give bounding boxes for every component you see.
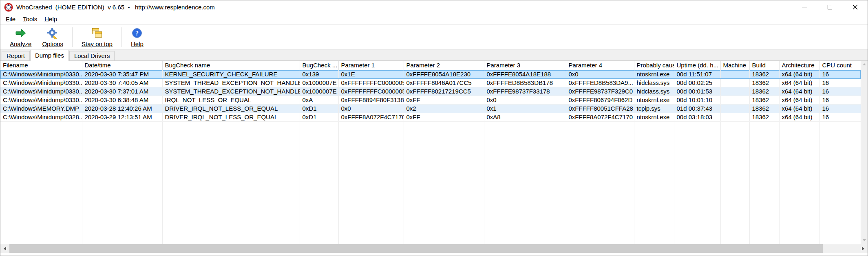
column-header-build[interactable]: Build	[749, 61, 779, 70]
table-cell[interactable]: SYSTEM_THREAD_EXCEPTION_NOT_HANDLED_M	[162, 78, 300, 87]
table-cell[interactable]: SYSTEM_THREAD_EXCEPTION_NOT_HANDLED_M	[162, 87, 300, 96]
table-cell[interactable]: 16	[819, 87, 861, 96]
menu-help[interactable]: Help	[41, 14, 61, 24]
scroll-left-arrow[interactable]	[0, 244, 9, 253]
table-cell[interactable]: x64 (64 bit)	[779, 113, 819, 121]
column-header-bugcheck-code[interactable]: BugCheck ...	[300, 61, 338, 70]
close-button[interactable]	[842, 0, 868, 14]
table-cell[interactable]: C:\Windows\MEMORY.DMP	[0, 104, 82, 113]
table-cell[interactable]: 2020-03-30 7:35:47 PM	[82, 70, 162, 78]
column-header-architecture[interactable]: Architecture	[779, 61, 819, 70]
table-cell[interactable]: 0xFFFFE8054A18E188	[484, 70, 566, 78]
column-header-parameter-2[interactable]: Parameter 2	[404, 61, 484, 70]
table-cell[interactable]: 00d 10:01:10	[674, 96, 720, 104]
table-cell[interactable]: 18362	[749, 70, 779, 78]
table-cell[interactable]: 2020-03-30 7:37:01 AM	[82, 87, 162, 96]
table-cell[interactable]: C:\Windows\Minidump\0330...	[0, 70, 82, 78]
table-cell[interactable]: 0xFFFFE98737F33178	[484, 87, 566, 96]
table-cell[interactable]: hidclass.sys	[634, 87, 674, 96]
horizontal-scrollbar-track[interactable]	[823, 244, 859, 253]
table-cell[interactable]: 0xFFFFED8B583DA9...	[566, 78, 634, 87]
table-cell[interactable]: DRIVER_IRQL_NOT_LESS_OR_EQUAL	[162, 113, 300, 121]
table-cell[interactable]	[720, 96, 749, 104]
table-cell[interactable]: 0x0	[566, 70, 634, 78]
table-cell[interactable]: 16	[819, 96, 861, 104]
scroll-up-arrow[interactable]	[861, 61, 868, 68]
table-cell[interactable]: IRQL_NOT_LESS_OR_EQUAL	[162, 96, 300, 104]
menu-file[interactable]: File	[2, 14, 19, 24]
table-cell[interactable]: KERNEL_SECURITY_CHECK_FAILURE	[162, 70, 300, 78]
table-cell[interactable]: 0xFFFFF806794F062D	[566, 96, 634, 104]
table-cell[interactable]: 16	[819, 104, 861, 113]
table-cell[interactable]: 0xFFFF8A072F4C7170	[566, 113, 634, 121]
table-cell[interactable]: 2020-03-29 12:13:51 AM	[82, 113, 162, 121]
table-cell[interactable]: 00d 11:51:07	[674, 70, 720, 78]
table-cell[interactable]: 0x0	[338, 104, 404, 113]
table-row[interactable]: C:\Windows\Minidump\0330...2020-03-30 7:…	[0, 78, 861, 87]
table-cell[interactable]: 0xFFFFF8046A017CC5	[404, 78, 484, 87]
table-cell[interactable]: 0xFFFFF80217219CC5	[404, 87, 484, 96]
table-cell[interactable]: 0xFFFFED8B583DB178	[484, 78, 566, 87]
table-cell[interactable]: ntoskrnl.exe	[634, 96, 674, 104]
table-cell[interactable]	[720, 87, 749, 96]
table-cell[interactable]: 00d 00:01:53	[674, 87, 720, 96]
table-cell[interactable]: 0x1000007E	[300, 87, 338, 96]
table-cell[interactable]: 0xD1	[300, 113, 338, 121]
table-cell[interactable]	[720, 104, 749, 113]
stay-on-top-button[interactable]: Stay on top	[76, 25, 118, 49]
table-cell[interactable]: C:\Windows\Minidump\0330...	[0, 96, 82, 104]
maximize-button[interactable]	[817, 0, 842, 14]
table-cell[interactable]: ntoskrnl.exe	[634, 70, 674, 78]
table-row[interactable]: C:\Windows\Minidump\0330...2020-03-30 7:…	[0, 87, 861, 96]
table-cell[interactable]: 01d 00:37:43	[674, 104, 720, 113]
table-cell[interactable]: 16	[819, 70, 861, 78]
table-cell[interactable]: 0x139	[300, 70, 338, 78]
table-cell[interactable]: 18362	[749, 87, 779, 96]
table-cell[interactable]: 2020-03-30 6:38:48 AM	[82, 96, 162, 104]
table-row[interactable]: C:\Windows\Minidump\0328...2020-03-29 12…	[0, 113, 861, 121]
table-cell[interactable]: 16	[819, 113, 861, 121]
table-cell[interactable]: 00d 00:02:25	[674, 78, 720, 87]
table-cell[interactable]: x64 (64 bit)	[779, 96, 819, 104]
table-cell[interactable]: 0xFFFFF80051CFFA28	[566, 104, 634, 113]
table-cell[interactable]: 18362	[749, 78, 779, 87]
table-cell[interactable]: 0xA	[300, 96, 338, 104]
table-row[interactable]: C:\Windows\Minidump\0330...2020-03-30 7:…	[0, 70, 861, 78]
table-cell[interactable]	[720, 70, 749, 78]
options-button[interactable]: Options	[37, 25, 68, 49]
table-cell[interactable]: 0xD1	[300, 104, 338, 113]
table-cell[interactable]: ntoskrnl.exe	[634, 113, 674, 121]
menu-tools[interactable]: Tools	[19, 14, 41, 24]
table-cell[interactable]: 18362	[749, 104, 779, 113]
table-cell[interactable]: 0xFFFFE8054A18E230	[404, 70, 484, 78]
horizontal-scrollbar[interactable]	[0, 244, 868, 253]
table-cell[interactable]: 2020-03-28 12:40:26 AM	[82, 104, 162, 113]
table-row[interactable]: C:\Windows\Minidump\0330...2020-03-30 6:…	[0, 96, 861, 104]
column-header-datetime[interactable]: Date/time	[82, 61, 162, 70]
column-header-bugcheck-name[interactable]: BugCheck name	[162, 61, 300, 70]
column-header-probably-caused[interactable]: Probably caus...	[634, 61, 674, 70]
table-cell[interactable]: 0xA8	[484, 113, 566, 121]
table-row[interactable]: C:\Windows\MEMORY.DMP2020-03-28 12:40:26…	[0, 104, 861, 113]
table-cell[interactable]: 0xFFFFFFFFC0000005	[338, 87, 404, 96]
table-cell[interactable]: 16	[819, 78, 861, 87]
table-cell[interactable]: 0xFFFFFFFFC0000005	[338, 78, 404, 87]
column-header-parameter-4[interactable]: Parameter 4	[566, 61, 634, 70]
analyze-button[interactable]: Analyze	[4, 25, 37, 49]
table-cell[interactable]	[720, 113, 749, 121]
table-cell[interactable]	[720, 78, 749, 87]
tab-local-drivers[interactable]: Local Drivers	[69, 51, 115, 60]
table-cell[interactable]: 0x2	[404, 104, 484, 113]
table-cell[interactable]: C:\Windows\Minidump\0330...	[0, 78, 82, 87]
table-cell[interactable]: x64 (64 bit)	[779, 78, 819, 87]
table-cell[interactable]: 0x0	[484, 96, 566, 104]
table-cell[interactable]: tcpip.sys	[634, 104, 674, 113]
table-cell[interactable]: 0x1	[484, 104, 566, 113]
table-cell[interactable]: 0xFFFFE98737F329C0	[566, 87, 634, 96]
table-cell[interactable]: 0xFFFF8894F80F3138	[338, 96, 404, 104]
table-cell[interactable]: 0xFF	[404, 96, 484, 104]
help-button[interactable]: ? Help	[126, 25, 149, 49]
table-cell[interactable]: hidclass.sys	[634, 78, 674, 87]
tab-dump-files[interactable]: Dump files	[30, 50, 69, 61]
horizontal-scrollbar-thumb[interactable]	[9, 244, 823, 253]
